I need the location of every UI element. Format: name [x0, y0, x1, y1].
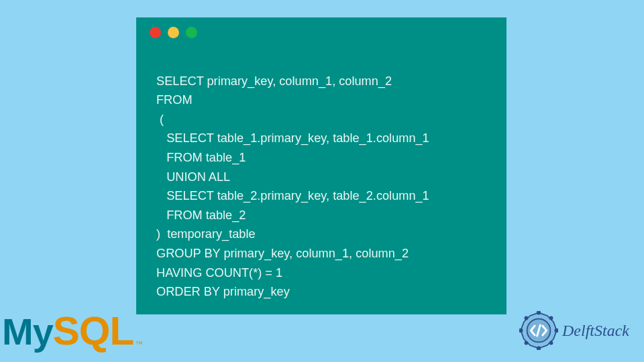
mysql-logo-tm: ™ — [135, 339, 143, 349]
svg-point-9 — [550, 342, 553, 345]
svg-point-5 — [555, 329, 558, 333]
svg-point-6 — [537, 347, 541, 350]
mysql-logo-part1: My — [2, 310, 53, 353]
mysql-logo-part2: SQL — [53, 308, 133, 353]
code-line: SELECT primary_key, column_1, column_2 — [156, 74, 392, 88]
code-line: FROM table_2 — [156, 208, 246, 222]
maximize-icon — [186, 27, 197, 38]
delftstack-logo: DelftStack — [519, 311, 629, 350]
code-line: HAVING COUNT(*) = 1 — [156, 266, 282, 280]
code-line: FROM — [156, 93, 193, 107]
code-line: SELECT table_2.primary_key, table_2.colu… — [156, 189, 429, 202]
svg-point-10 — [525, 342, 527, 345]
svg-point-7 — [519, 329, 523, 333]
code-line: SELECT table_1.primary_key, table_1.colu… — [156, 131, 429, 145]
svg-point-4 — [537, 311, 541, 314]
delftstack-emblem-icon — [519, 311, 558, 350]
minimize-icon — [168, 27, 179, 38]
svg-point-11 — [525, 316, 527, 319]
code-line: ) temporary_table — [156, 227, 256, 241]
code-line: ( — [156, 113, 164, 126]
window-traffic-lights — [150, 27, 197, 38]
code-window: SELECT primary_key, column_1, column_2 F… — [136, 17, 506, 314]
code-line: FROM table_1 — [156, 151, 246, 164]
close-icon — [150, 27, 161, 38]
code-line: ORDER BY primary_key — [156, 285, 290, 298]
code-line: GROUP BY primary_key, column_1, column_2 — [156, 247, 409, 260]
svg-point-8 — [550, 316, 553, 319]
code-line: UNION ALL — [156, 170, 230, 184]
mysql-logo: MySQL™ — [2, 308, 142, 354]
delftstack-label: DelftStack — [562, 322, 629, 340]
sql-code-block: SELECT primary_key, column_1, column_2 F… — [156, 52, 493, 320]
